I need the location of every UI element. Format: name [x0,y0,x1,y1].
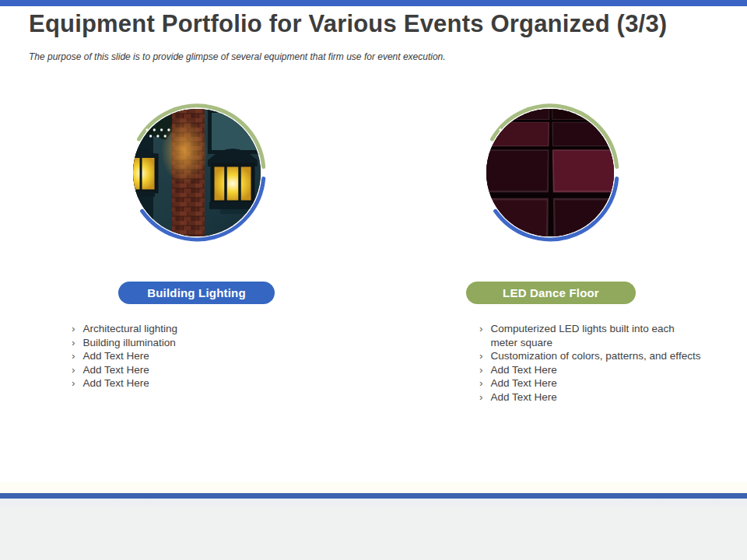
building-lighting-photo [127,103,267,243]
dance-floor-image [486,109,614,236]
dance-floor-background [486,109,614,236]
footer-cream-strip [0,482,747,493]
list-item-text: Add Text Here [491,390,557,404]
chevron-bullet-icon: › [479,376,483,390]
category-pill-building-lighting: Building Lighting [118,282,275,304]
list-item: ›Computerized LED lights built into each… [479,322,714,349]
list-item: ›Add Text Here [72,376,282,390]
list-item: ›Add Text Here [72,363,282,377]
chevron-bullet-icon: › [479,390,483,404]
list-item: ›Add Text Here [479,363,714,377]
list-item: ›Building illumination [72,336,282,350]
list-item-text: Add Text Here [491,376,557,390]
led-dance-floor-bullet-list: ›Computerized LED lights built into each… [479,322,714,404]
list-item-text: Customization of colors, patterns, and e… [491,349,701,363]
page-title: Equipment Portfolio for Various Events O… [29,10,729,38]
list-item-text: Computerized LED lights built into each … [491,322,675,349]
list-item-text: Add Text Here [83,363,149,377]
chevron-bullet-icon: › [72,363,75,377]
top-accent-bar [0,0,747,6]
chevron-bullet-icon: › [72,336,75,350]
footer-accent-line [0,493,747,499]
page-subtitle: The purpose of this slide is to provide … [29,51,698,62]
list-item: ›Add Text Here [479,376,714,390]
lantern-illustration [133,109,261,236]
chevron-bullet-icon: › [72,376,75,390]
list-item: ›Add Text Here [479,390,714,404]
list-item-text: Building illumination [83,336,176,350]
led-dance-floor-photo [480,103,620,243]
chevron-bullet-icon: › [479,363,483,377]
chevron-bullet-icon: › [72,322,75,336]
list-item-text: Add Text Here [83,376,149,390]
list-item: ›Add Text Here [72,349,282,363]
chevron-bullet-icon: › [479,349,483,363]
chevron-bullet-icon: › [72,349,75,363]
category-pill-led-dance-floor: LED Dance Floor [466,282,636,304]
chevron-bullet-icon: › [479,322,483,349]
list-item-text: Add Text Here [83,349,149,363]
presentation-slide: Equipment Portfolio for Various Events O… [0,0,747,560]
list-item-text: Add Text Here [491,363,557,377]
list-item: ›Customization of colors, patterns, and … [479,349,714,363]
footer-gray-band [0,499,747,560]
list-item-text: Architectural lighting [83,322,178,336]
list-item: ›Architectural lighting [72,322,282,336]
dance-floor-shading [486,109,614,236]
building-lighting-bullet-list: ›Architectural lighting ›Building illumi… [72,322,282,390]
wall-lanterns-image [133,109,261,236]
